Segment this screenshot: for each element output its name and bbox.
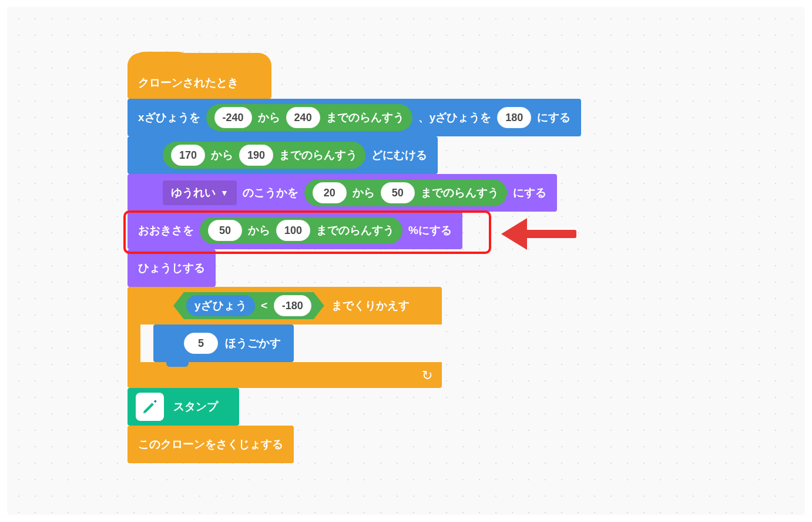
text: おおきさを — [138, 223, 194, 238]
input-to[interactable]: 240 — [286, 107, 320, 128]
text: から — [353, 185, 375, 200]
scratch-workspace: クローンされたとき xざひょうを -240 から 240 までのらんすう 、yざ… — [7, 7, 805, 515]
text: 、yざひょうを — [418, 110, 492, 125]
block-goto-xy[interactable]: xざひょうを -240 から 240 までのらんすう 、yざひょうを 180 に… — [127, 99, 581, 136]
input-steps[interactable]: 5 — [184, 333, 218, 354]
chevron-down-icon: ▼ — [220, 188, 229, 198]
input-to[interactable]: 50 — [381, 182, 415, 203]
dropdown-label: ゆうれい — [171, 185, 216, 200]
input-from[interactable]: -240 — [214, 107, 252, 128]
svg-rect-0 — [522, 230, 576, 238]
input-from[interactable]: 170 — [171, 145, 205, 166]
hat-label: クローンされたとき — [138, 75, 239, 91]
text: までのらんすう — [316, 223, 394, 238]
input-to[interactable]: 190 — [239, 145, 273, 166]
block-stack: クローンされたとき xざひょうを -240 から 240 までのらんすう 、yざ… — [127, 53, 581, 463]
svg-marker-1 — [501, 218, 527, 250]
text: %にする — [408, 223, 452, 238]
reporter-random-effect[interactable]: 20 から 50 までのらんすう — [304, 179, 507, 206]
reporter-random-x[interactable]: -240 から 240 までのらんすう — [206, 104, 412, 131]
block-move-steps[interactable]: 5 ほうごかす — [153, 324, 294, 362]
pen-icon — [136, 393, 164, 421]
hat-when-cloned[interactable]: クローンされたとき — [127, 53, 271, 99]
arrow-left-icon — [498, 210, 580, 257]
text: のこうかを — [243, 185, 298, 200]
input-val[interactable]: -180 — [274, 295, 311, 316]
text: どにむける — [371, 148, 427, 163]
input-from[interactable]: 50 — [208, 220, 242, 241]
block-stamp[interactable]: スタンプ — [127, 388, 239, 426]
input-from[interactable]: 20 — [313, 182, 347, 203]
reporter-random-dir[interactable]: 170 から 190 までのらんすう — [163, 142, 365, 169]
text: までのらんすう — [326, 110, 404, 125]
loop-arrow-icon: ↻ — [422, 368, 432, 383]
text: にする — [537, 110, 571, 125]
reporter-random-size[interactable]: 50 から 100 までのらんすう — [200, 217, 402, 244]
text: までのらんすう — [421, 185, 499, 200]
block-point-direction[interactable]: 170 から 190 までのらんすう どにむける — [127, 136, 438, 174]
text: までのらんすう — [279, 148, 357, 163]
text: にする — [513, 185, 546, 200]
block-repeat-until[interactable]: yざひょう < -180 までくりかえす 5 ほうごかす ↻ — [127, 287, 442, 388]
block-delete-clone[interactable]: このクローンをさくじょする — [127, 426, 294, 463]
reporter-y-position[interactable]: yざひょう — [186, 295, 255, 316]
text: xざひょうを — [138, 110, 200, 125]
input-y[interactable]: 180 — [497, 107, 531, 128]
text: から — [248, 223, 270, 238]
block-show[interactable]: ひょうじする — [127, 249, 216, 287]
boolean-less-than[interactable]: yざひょう < -180 — [173, 292, 324, 319]
text: スタンプ — [173, 399, 218, 414]
block-set-effect[interactable]: ゆうれい ▼ のこうかを 20 から 50 までのらんすう にする — [127, 174, 557, 212]
block-set-size[interactable]: おおきさを 50 から 100 までのらんすう %にする — [127, 212, 462, 249]
effect-dropdown[interactable]: ゆうれい ▼ — [163, 180, 237, 205]
text: までくりかえす — [331, 298, 410, 313]
text: から — [258, 110, 280, 125]
text: yざひょう — [194, 298, 247, 313]
text: から — [211, 148, 233, 163]
text: ひょうじする — [138, 260, 205, 276]
text: このクローンをさくじょする — [138, 437, 283, 452]
operator: < — [261, 299, 268, 312]
input-to[interactable]: 100 — [276, 220, 310, 241]
text: ほうごかす — [225, 336, 281, 351]
